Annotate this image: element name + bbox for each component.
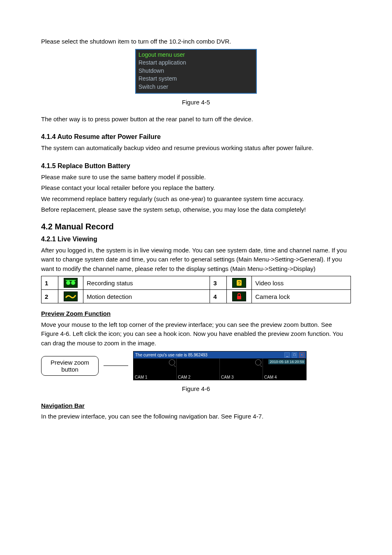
svg-text:?: ? [238, 280, 241, 286]
row-index: 1 [42, 276, 58, 290]
body-text: Before replacement, please save the syst… [41, 205, 351, 215]
row-index: 2 [42, 290, 58, 303]
section-heading: 4.1.4 Auto Resume after Power Failure [41, 132, 351, 142]
window-controls: _ □ × [284, 352, 304, 358]
svg-point-1 [71, 281, 75, 285]
body-text: After you logged in, the system is in li… [41, 246, 351, 274]
status-icon-table: 1 Recording status 3 ? Video loss 2 Moti… [41, 276, 351, 303]
shutdown-menu-item[interactable]: Logout menu user [138, 51, 254, 59]
shutdown-menu-item[interactable]: Restart system [138, 75, 254, 83]
shutdown-menu-item[interactable]: Restart application [138, 59, 254, 67]
body-text: Please make sure to use the same battery… [41, 173, 351, 182]
preview-cell[interactable]: 2010-05-18 16:20:59 CAM 4 [263, 358, 306, 380]
cam-label: CAM 3 [221, 375, 234, 379]
section-heading: 4.2.1 Live Viewing [41, 234, 351, 244]
section-heading: 4.1.5 Replace Button Battery [41, 161, 351, 171]
video-loss-icon: ? [232, 278, 246, 288]
icon-cell: ? [227, 276, 252, 290]
body-text: We recommend replace battery regularly (… [41, 194, 351, 204]
camera-lock-icon [232, 291, 246, 301]
icon-cell [227, 290, 252, 303]
row-index: 3 [210, 276, 227, 290]
dvr-title-text: The current cpu's use rate is 85.962493 [135, 353, 208, 357]
svg-rect-5 [237, 296, 241, 299]
svg-rect-2 [66, 280, 76, 281]
subsection-heading: Preview Zoom Function [41, 310, 111, 317]
datetime-badge: 2010-05-18 16:20:59 [268, 359, 305, 364]
icon-label: Motion detection [83, 290, 210, 303]
cam-label: CAM 2 [178, 375, 191, 379]
callout-label: Preview zoom button [41, 356, 99, 376]
preview-cell[interactable]: CAM 1 [134, 358, 177, 380]
svg-point-0 [66, 281, 70, 285]
close-icon[interactable]: × [299, 352, 304, 358]
cam-label: CAM 4 [264, 375, 277, 379]
icon-label: Recording status [83, 276, 210, 290]
figure-4-6: Preview zoom button The current cpu's us… [41, 351, 351, 380]
body-text: The system can automatically backup vide… [41, 143, 351, 153]
icon-label: Video loss [252, 276, 351, 290]
preview-cell[interactable]: CAM 3 [220, 358, 263, 380]
cam-label: CAM 1 [135, 375, 148, 379]
intro-text: Please select the shutdown item to turn … [41, 37, 351, 46]
icon-label: Camera lock [252, 290, 351, 303]
shutdown-menu-item[interactable]: Switch user [138, 83, 254, 91]
zoom-icon[interactable] [169, 359, 175, 365]
row-index: 4 [210, 290, 227, 303]
shutdown-menu-item[interactable]: Shutdown [138, 67, 254, 75]
table-row: 2 Motion detection 4 Camera lock [42, 290, 351, 303]
zoom-icon[interactable] [255, 359, 261, 365]
dvr-preview-window: The current cpu's use rate is 85.962493 … [133, 351, 307, 380]
body-text: Please contact your local retailer befor… [41, 183, 351, 193]
icon-cell [58, 290, 83, 303]
preview-cell[interactable]: CAM 2 [177, 358, 220, 380]
maximize-icon[interactable]: □ [292, 352, 297, 358]
callout-connector [104, 365, 128, 366]
table-row: 1 Recording status 3 ? Video loss [42, 276, 351, 290]
section-heading: 4.2 Manual Record [41, 220, 351, 233]
body-text: The other way is to press power button a… [41, 115, 351, 124]
shutdown-menu: Logout menu user Restart application Shu… [135, 49, 257, 94]
dvr-titlebar: The current cpu's use rate is 85.962493 … [134, 352, 306, 358]
icon-cell [58, 276, 83, 290]
body-text: In the preview interface, you can see th… [41, 412, 351, 421]
motion-detection-icon [64, 291, 78, 301]
figure-caption: Figure 4-6 [41, 384, 351, 394]
recording-status-icon [64, 278, 78, 288]
body-text: Move your mouse to the left top corner o… [41, 320, 351, 348]
minimize-icon[interactable]: _ [284, 352, 290, 358]
subsection-heading: Navigation Bar [41, 402, 85, 409]
figure-caption: Figure 4-5 [41, 98, 351, 107]
